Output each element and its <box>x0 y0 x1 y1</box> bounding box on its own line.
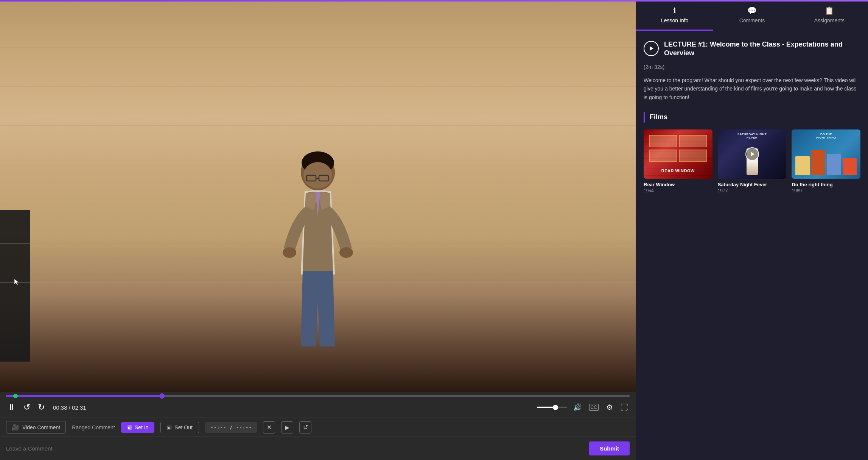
drtt-fig-3 <box>827 154 841 175</box>
video-section: 00:38 / 02:31 🎥 Video Comment Ranged Com… <box>0 0 636 460</box>
set-out-button[interactable]: |▶ Set Out <box>160 422 199 433</box>
right-panel: Lesson Info Comments Assignments LECTURE… <box>636 0 868 460</box>
lecture-header: LECTURE #1: Welcome to the Class - Expec… <box>644 40 860 58</box>
films-grid: REAR WINDOW Rear Window 1954 SATURDAY NI… <box>644 129 860 193</box>
top-accent-bar <box>0 0 868 2</box>
svg-text:▶|: ▶| <box>128 426 131 430</box>
film-thumbnail-drtt: DO THERIGHT THING <box>792 129 860 179</box>
film-year-rear-window: 1954 <box>644 188 712 193</box>
tab-assignments-label: Assignments <box>814 17 845 23</box>
drtt-fig-1 <box>795 156 809 175</box>
snf-bg: SATURDAY NIGHTFEVER <box>718 129 787 179</box>
clear-range-button[interactable]: ✕ <box>263 421 275 433</box>
controls-bar: 00:38 / 02:31 <box>0 397 636 418</box>
lecture-title: LECTURE #1: Welcome to the Class - Expec… <box>664 40 860 58</box>
film-name-drtt: Do the right thing <box>792 182 860 187</box>
refresh-button[interactable]: ↺ <box>299 421 311 433</box>
svg-marker-12 <box>650 46 653 51</box>
settings-button[interactable] <box>605 401 614 413</box>
films-accent-bar <box>644 112 645 123</box>
drtt-figures <box>795 150 857 175</box>
film-year-snf: 1977 <box>718 188 787 193</box>
play-small-icon: ▶ <box>285 424 289 430</box>
snf-play-overlay[interactable] <box>745 147 759 161</box>
tab-comments-label: Comments <box>739 17 765 23</box>
film-year-drtt: 1989 <box>792 188 860 193</box>
progress-track[interactable] <box>6 395 630 397</box>
play-triangle <box>648 45 654 51</box>
video-comment-button[interactable]: 🎥 Video Comment <box>6 421 66 433</box>
video-player[interactable] <box>0 0 636 392</box>
pause-button[interactable] <box>6 401 17 414</box>
set-out-label: Set Out <box>174 424 192 430</box>
film-thumbnail-rear-window: REAR WINDOW <box>644 129 712 179</box>
volume-thumb[interactable] <box>553 405 558 410</box>
play-range-button[interactable]: ▶ <box>281 421 293 433</box>
rewind-button[interactable] <box>22 401 32 414</box>
assignments-icon <box>824 6 834 15</box>
panel-tabs: Lesson Info Comments Assignments <box>636 0 868 31</box>
cc-button[interactable] <box>588 402 600 412</box>
rw-window-1 <box>649 135 677 147</box>
svg-point-6 <box>283 247 296 258</box>
svg-text:|▶: |▶ <box>167 426 171 430</box>
rw-windows <box>649 135 707 162</box>
snf-text: SATURDAY NIGHTFEVER <box>718 133 787 139</box>
films-header: Films <box>644 112 860 123</box>
comment-dot <box>13 394 18 398</box>
progress-fill <box>6 395 162 397</box>
volume-button[interactable] <box>572 402 583 413</box>
refresh-icon: ↺ <box>303 424 308 431</box>
tab-assignments[interactable]: Assignments <box>791 0 868 31</box>
drtt-text: DO THERIGHT THING <box>792 133 860 139</box>
film-card-drtt[interactable]: DO THERIGHT THING Do the right thing 198… <box>792 129 860 193</box>
film-name-rear-window: Rear Window <box>644 182 712 187</box>
snf-play-icon <box>750 151 755 157</box>
person-figure <box>265 142 371 369</box>
clear-icon: ✕ <box>267 424 272 431</box>
set-in-icon: ▶| <box>127 425 132 430</box>
film-card-rear-window[interactable]: REAR WINDOW Rear Window 1954 <box>644 129 712 193</box>
video-comment-label: Video Comment <box>22 424 60 430</box>
volume-control[interactable] <box>537 407 567 408</box>
comments-icon <box>747 6 757 15</box>
comment-row: 🎥 Video Comment Ranged Comment ▶| Set In… <box>0 418 636 437</box>
films-title: Films <box>650 113 667 121</box>
set-in-label: Set In <box>135 424 149 430</box>
time-range-display: --:-- / --:-- <box>205 422 257 433</box>
rw-title-text: REAR WINDOW <box>644 168 712 173</box>
panel-content: LECTURE #1: Welcome to the Class - Expec… <box>636 31 868 460</box>
film-name-snf: Saturday Night Fever <box>718 182 787 187</box>
set-in-button[interactable]: ▶| Set In <box>121 422 155 433</box>
time-display: 00:38 / 02:31 <box>53 404 86 411</box>
lesson-info-icon <box>673 6 676 15</box>
progress-dot <box>159 393 165 399</box>
submit-button[interactable]: Submit <box>589 441 630 455</box>
progress-area <box>0 392 636 397</box>
fullscreen-button[interactable] <box>619 402 630 413</box>
films-section: Films REAR WINDOW Rear <box>644 112 860 193</box>
tab-lesson-info-label: Lesson Info <box>661 17 688 23</box>
camera-icon: 🎥 <box>12 424 19 431</box>
film-thumbnail-snf: SATURDAY NIGHTFEVER <box>718 129 787 179</box>
svg-marker-13 <box>751 152 754 156</box>
rw-window-4 <box>679 150 707 162</box>
drtt-bg: DO THERIGHT THING <box>792 129 860 179</box>
volume-track[interactable] <box>537 407 567 408</box>
film-card-snf[interactable]: SATURDAY NIGHTFEVER Saturday Night F <box>718 129 787 193</box>
lecture-duration: (2m 32s) <box>644 64 860 70</box>
lecture-description: Welcome to the program! What should you … <box>644 76 860 101</box>
drtt-fig-4 <box>843 158 857 175</box>
comment-input[interactable] <box>6 445 585 452</box>
drtt-fig-2 <box>811 150 825 175</box>
tab-lesson-info[interactable]: Lesson Info <box>636 0 713 31</box>
rw-window-3 <box>649 150 677 162</box>
rw-window-2 <box>679 135 707 147</box>
leave-comment-row: Submit <box>0 437 636 460</box>
set-out-icon: |▶ <box>167 425 172 430</box>
svg-point-7 <box>339 247 353 258</box>
forward-button[interactable] <box>36 401 46 414</box>
ranged-comment-label: Ranged Comment <box>72 424 115 430</box>
lecture-play-icon[interactable] <box>644 41 659 56</box>
tab-comments[interactable]: Comments <box>713 0 790 31</box>
